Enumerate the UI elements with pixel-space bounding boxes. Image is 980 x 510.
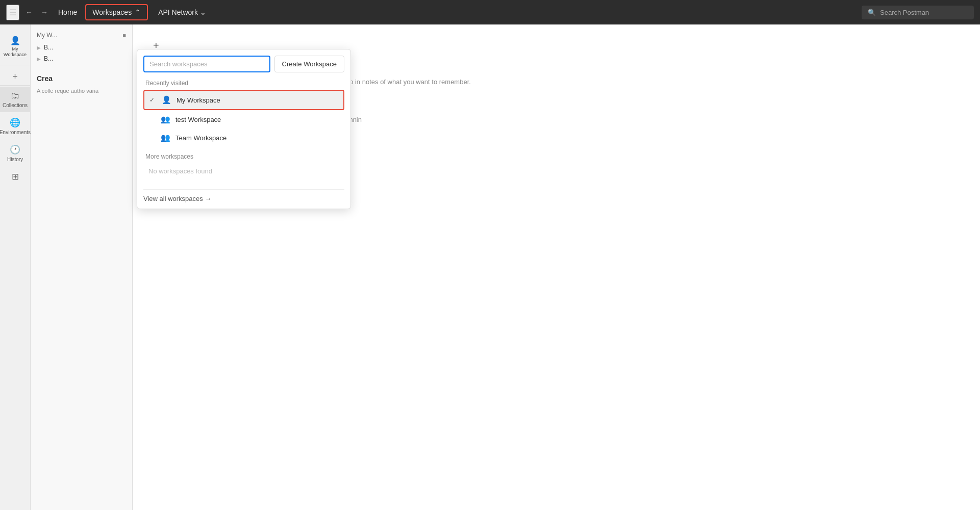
dropdown-footer: View all workspaces →: [143, 189, 344, 202]
chevron-down-icon: ⌄: [200, 8, 206, 16]
workspace-item-test[interactable]: ✓ 👥 test Workspace: [143, 110, 344, 129]
sidebar-item-apps[interactable]: ⊞: [0, 167, 30, 186]
history-label: History: [7, 157, 23, 162]
api-network-button[interactable]: API Network ⌄: [152, 5, 212, 19]
no-workspaces-found: No workspaces found: [143, 163, 344, 179]
workspace-item-team[interactable]: ✓ 👥 Team Workspace: [143, 129, 344, 147]
search-placeholder: Search Postman: [880, 9, 929, 16]
environments-icon: 🌐: [10, 117, 20, 128]
chevron-up-icon: ⌃: [135, 8, 141, 16]
workspace-item-my-label: My Workspace: [177, 96, 220, 104]
more-workspaces-label: More workspaces: [143, 153, 344, 160]
forward-button[interactable]: →: [39, 6, 50, 18]
home-nav[interactable]: Home: [54, 6, 81, 18]
create-title: Crea: [37, 74, 126, 83]
sidebar-item-collections[interactable]: 🗂 Collections: [0, 87, 30, 112]
sub-sidebar: My W... ≡ ▶ B... ▶ B... Crea A colle req…: [31, 24, 133, 510]
user-icon: 👤: [10, 36, 20, 45]
sidebar-item-environments[interactable]: 🌐 Environments: [0, 113, 30, 139]
sub-sidebar-row-2[interactable]: ▶ B...: [31, 53, 132, 64]
workspaces-dropdown: Create Workspace Recently visited ✓ 👤 My…: [137, 49, 351, 209]
dropdown-top-bar: Create Workspace: [143, 56, 344, 72]
sub-sidebar-row-1[interactable]: ▶ B...: [31, 42, 132, 53]
workspace-name-label: My Workspace: [4, 46, 27, 58]
back-button[interactable]: ←: [23, 6, 35, 18]
personal-workspace-icon: 👤: [162, 95, 171, 105]
view-all-workspaces-link[interactable]: View all workspaces →: [143, 195, 344, 202]
checkmark-icon: ✓: [149, 96, 157, 104]
left-sidebar: 👤 My Workspace + 🗂 Collections 🌐 Environ…: [0, 24, 31, 510]
workspace-item-my[interactable]: ✓ 👤 My Workspace: [143, 90, 344, 110]
create-area: Crea A colle reque autho varia: [31, 64, 132, 106]
team-workspace-icon-1: 👥: [161, 115, 170, 124]
collections-icon: 🗂: [11, 91, 19, 101]
history-icon: 🕐: [10, 144, 20, 155]
recently-visited-label: Recently visited: [143, 80, 344, 87]
create-workspace-button[interactable]: Create Workspace: [274, 56, 344, 72]
api-network-label: API Network: [158, 8, 198, 16]
search-icon: 🔍: [868, 9, 876, 16]
collections-label: Collections: [3, 103, 28, 108]
workspace-item-team-label: Team Workspace: [175, 134, 227, 142]
hamburger-menu[interactable]: ☰: [6, 5, 19, 20]
add-button[interactable]: +: [12, 71, 18, 82]
global-search[interactable]: 🔍 Search Postman: [862, 6, 974, 19]
workspaces-label: Workspaces: [92, 8, 132, 16]
create-description: A colle reque autho varia: [37, 87, 126, 95]
apps-icon: ⊞: [12, 171, 19, 182]
sub-sidebar-header: My W... ≡: [31, 29, 132, 42]
sidebar-item-history[interactable]: 🕐 History: [0, 140, 30, 166]
workspaces-button[interactable]: Workspaces ⌃: [85, 4, 148, 20]
team-workspace-icon-2: 👥: [161, 133, 170, 142]
environments-label: Environments: [0, 130, 31, 135]
workspace-item-test-label: test Workspace: [175, 116, 221, 123]
workspace-search-input[interactable]: [143, 56, 270, 72]
workspace-selector[interactable]: 👤 My Workspace: [3, 33, 27, 61]
